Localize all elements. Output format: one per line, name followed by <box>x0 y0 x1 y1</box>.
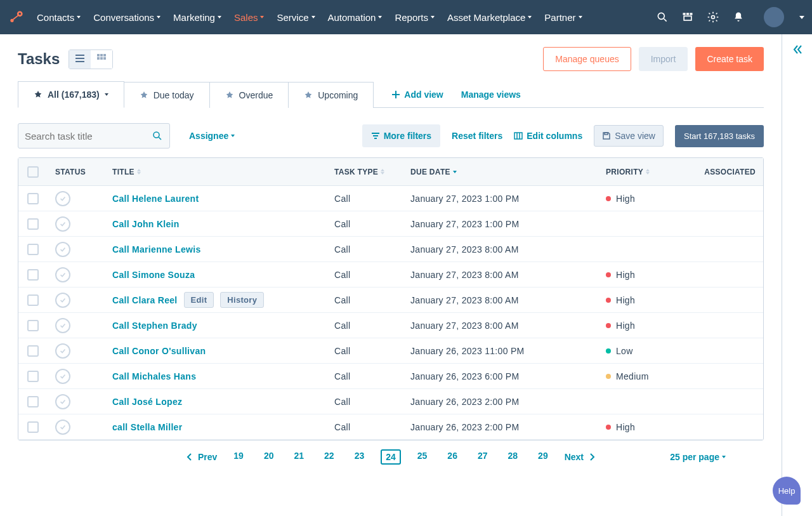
status-toggle[interactable] <box>55 293 70 308</box>
nav-item-automation[interactable]: Automation <box>328 0 383 34</box>
pager-page-23[interactable]: 23 <box>351 449 369 465</box>
account-avatar[interactable] <box>764 7 784 27</box>
search-icon[interactable] <box>656 11 669 23</box>
board-view-button[interactable] <box>91 50 112 69</box>
assignee-filter[interactable]: Assignee <box>189 131 235 141</box>
nav-item-conversations[interactable]: Conversations <box>93 0 160 34</box>
collapse-sidebar-icon[interactable] <box>791 43 804 516</box>
nav-item-contacts[interactable]: Contacts <box>37 0 81 34</box>
row-checkbox[interactable] <box>27 294 39 306</box>
task-title-link[interactable]: Call Conor O'sullivan <box>112 346 206 356</box>
search-input[interactable] <box>25 131 152 142</box>
table-row[interactable]: Call José LopezCallJanuary 26, 2023 2:00… <box>18 389 763 414</box>
pager-page-21[interactable]: 21 <box>290 449 308 465</box>
manage-views-button[interactable]: Manage views <box>461 89 521 100</box>
task-title-link[interactable]: Call John Klein <box>112 219 180 229</box>
marketplace-icon[interactable] <box>681 11 694 23</box>
status-toggle[interactable] <box>55 420 70 435</box>
column-header-due-date[interactable]: DUE DATE <box>403 168 598 176</box>
nav-item-marketing[interactable]: Marketing <box>173 0 221 34</box>
status-toggle[interactable] <box>55 318 70 333</box>
row-checkbox[interactable] <box>27 269 39 281</box>
task-title-link[interactable]: Call Marienne Lewis <box>112 244 201 255</box>
status-toggle[interactable] <box>55 242 70 257</box>
row-checkbox[interactable] <box>27 320 39 331</box>
import-button[interactable]: Import <box>639 47 688 71</box>
pager-page-27[interactable]: 27 <box>474 449 492 465</box>
column-header-priority[interactable]: PRIORITY <box>598 168 693 176</box>
column-header-task-type[interactable]: TASK TYPE <box>327 168 403 176</box>
nav-item-asset-marketplace[interactable]: Asset Marketplace <box>447 0 532 34</box>
task-title-link[interactable]: Call Simone Souza <box>112 270 195 280</box>
help-button[interactable]: Help <box>773 477 801 505</box>
pager-page-22[interactable]: 22 <box>320 449 338 465</box>
status-toggle[interactable] <box>55 369 70 384</box>
table-row[interactable]: Call Stephen BradyCallJanuary 27, 2023 8… <box>18 313 763 338</box>
tab-overdue[interactable]: Overdue <box>210 82 289 108</box>
pager-page-28[interactable]: 28 <box>504 449 522 465</box>
table-row[interactable]: Call Helene LaurentCallJanuary 27, 2023 … <box>18 186 763 211</box>
table-row[interactable]: Call Michales HansCallJanuary 26, 2023 6… <box>18 364 763 389</box>
task-title-link[interactable]: Call Michales Hans <box>112 371 196 381</box>
more-filters-button[interactable]: More filters <box>362 124 440 147</box>
create-task-button[interactable]: Create task <box>695 47 764 71</box>
column-header-status[interactable]: STATUS <box>48 168 105 176</box>
pager-page-24[interactable]: 24 <box>381 449 401 465</box>
nav-item-sales[interactable]: Sales <box>234 0 265 34</box>
row-checkbox[interactable] <box>27 345 39 357</box>
status-toggle[interactable] <box>55 394 70 409</box>
table-row[interactable]: Call Simone SouzaCallJanuary 27, 2023 8:… <box>18 262 763 288</box>
row-history-button[interactable]: History <box>220 292 264 308</box>
search-box[interactable] <box>18 123 170 149</box>
pager-next[interactable]: Next <box>565 452 596 462</box>
task-title-link[interactable]: call Stella Miller <box>112 422 182 432</box>
task-title-link[interactable]: Call Helene Laurent <box>112 194 199 204</box>
settings-icon[interactable] <box>707 11 719 23</box>
pager-page-26[interactable]: 26 <box>443 449 461 465</box>
add-view-button[interactable]: Add view <box>391 89 443 100</box>
status-toggle[interactable] <box>55 343 70 359</box>
column-header-associated[interactable]: ASSOCIATED <box>693 168 763 176</box>
pager-page-19[interactable]: 19 <box>230 449 247 465</box>
account-menu-caret-icon[interactable] <box>799 16 804 19</box>
pager-page-29[interactable]: 29 <box>534 449 552 465</box>
tab-upcoming[interactable]: Upcoming <box>289 82 374 108</box>
pager-page-20[interactable]: 20 <box>260 449 278 465</box>
status-toggle[interactable] <box>55 216 70 232</box>
row-checkbox[interactable] <box>27 371 39 382</box>
edit-columns-button[interactable]: Edit columns <box>514 131 582 141</box>
per-page-select[interactable]: 25 per page <box>670 452 726 462</box>
column-header-title[interactable]: TITLE <box>105 168 327 176</box>
row-checkbox[interactable] <box>27 193 39 204</box>
tab-due-today[interactable]: Due today <box>124 82 210 108</box>
nav-item-service[interactable]: Service <box>277 0 315 34</box>
select-all-checkbox[interactable] <box>27 166 39 178</box>
table-row[interactable]: Call John KleinCallJanuary 27, 2023 1:00… <box>18 211 763 237</box>
task-title-link[interactable]: Call Stephen Brady <box>112 321 197 331</box>
manage-queues-button[interactable]: Manage queues <box>543 47 631 71</box>
table-row[interactable]: Call Conor O'sullivanCallJanuary 26, 202… <box>18 338 763 364</box>
row-checkbox[interactable] <box>27 396 39 407</box>
row-checkbox[interactable] <box>27 421 39 433</box>
table-row[interactable]: Call Marienne LewisCallJanuary 27, 2023 … <box>18 237 763 262</box>
save-view-button[interactable]: Save view <box>594 125 664 147</box>
pager-prev[interactable]: Prev <box>185 452 217 462</box>
nav-item-reports[interactable]: Reports <box>395 0 435 34</box>
table-row[interactable]: call Stella MillerCallJanuary 26, 2023 2… <box>18 414 763 440</box>
row-edit-button[interactable]: Edit <box>184 292 214 308</box>
reset-filters-button[interactable]: Reset filters <box>452 131 502 141</box>
task-title-link[interactable]: Call Clara Reel <box>112 295 178 305</box>
table-row[interactable]: Call Clara ReelEditHistoryCallJanuary 27… <box>18 288 763 313</box>
status-toggle[interactable] <box>55 267 70 282</box>
start-tasks-button[interactable]: Start 167,183 tasks <box>675 125 764 147</box>
row-checkbox[interactable] <box>27 218 39 230</box>
task-title-link[interactable]: Call José Lopez <box>112 397 182 407</box>
hubspot-logo-icon[interactable] <box>8 8 25 26</box>
list-view-button[interactable] <box>69 50 91 69</box>
notifications-icon[interactable] <box>732 11 745 23</box>
tab-all[interactable]: All (167,183) <box>18 81 124 108</box>
status-toggle[interactable] <box>55 191 70 206</box>
nav-item-partner[interactable]: Partner <box>544 0 582 34</box>
row-checkbox[interactable] <box>27 244 39 255</box>
pager-page-25[interactable]: 25 <box>414 449 431 465</box>
